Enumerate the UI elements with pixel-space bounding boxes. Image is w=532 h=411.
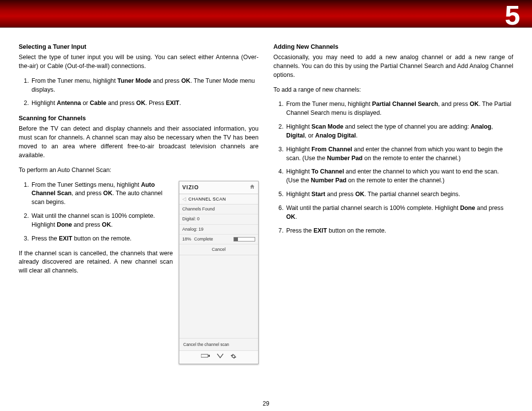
step: Press the EXIT button on the remote. — [31, 235, 173, 243]
menu-row-digital: Digital: 0 — [179, 214, 258, 224]
progress-bar — [233, 237, 255, 241]
step: Wait until the channel scan is 100% comp… — [31, 212, 173, 230]
menu-cancel: Cancel — [179, 244, 258, 255]
back-icon: ◁ — [182, 196, 187, 203]
right-column: Adding New Channels Occasionally, you ma… — [273, 42, 513, 364]
heading-select-tuner: Selecting a Tuner Input — [19, 42, 259, 51]
para-scan-cancel-note: If the channel scan is cancelled, the ch… — [19, 249, 173, 275]
step: Highlight From Channel and enter the cha… — [285, 145, 513, 163]
para-add-lead: To add a range of new channels: — [273, 86, 513, 95]
chapter-header: 5 — [0, 0, 532, 28]
page-content: Selecting a Tuner Input Select the type … — [0, 28, 532, 364]
heading-add-channels: Adding New Channels — [273, 42, 513, 51]
para-tuner-intro: Select the type of tuner input you will … — [19, 53, 259, 71]
menu-row-progress: 18% Complete — [179, 235, 258, 244]
wide-icon — [201, 353, 210, 361]
step: Highlight To Channel and enter the chann… — [285, 168, 513, 185]
steps-add-channels: From the Tuner menu, highlight Partial C… — [273, 100, 513, 235]
heading-scan-channels: Scanning for Channels — [19, 114, 259, 123]
channel-scan-menu: VIZIO ◁ CHANNEL SCAN Channels Found Digi… — [179, 181, 259, 364]
steps-auto-scan: From the Tuner Settings menu, highlight … — [19, 181, 173, 243]
para-add-intro: Occasionally, you may need to add a new … — [273, 53, 513, 79]
page-number: 29 — [0, 400, 532, 407]
step: Highlight Antenna or Cable and press OK.… — [31, 99, 259, 108]
step: From the Tuner menu, highlight Partial C… — [285, 100, 513, 118]
menu-footer — [179, 350, 258, 364]
step: Press the EXIT button on the remote. — [285, 227, 513, 236]
menu-row-analog: Analog: 19 — [179, 225, 258, 235]
progress-label: Complete — [194, 236, 213, 242]
svg-rect-1 — [208, 355, 210, 357]
steps-select-tuner: From the Tuner menu, highlight Tuner Mod… — [19, 77, 259, 108]
vizio-logo: VIZIO — [182, 184, 199, 192]
left-column: Selecting a Tuner Input Select the type … — [19, 42, 259, 364]
step: Wait until the partial channel search is… — [285, 204, 513, 222]
step: From the Tuner Settings menu, highlight … — [31, 181, 173, 207]
gear-icon — [231, 353, 236, 361]
svg-rect-0 — [201, 354, 208, 357]
menu-title-label: CHANNEL SCAN — [189, 196, 226, 203]
chapter-number: 5 — [505, 0, 520, 31]
menu-hint: Cancel the channel scan — [179, 338, 258, 350]
v-icon — [217, 353, 224, 361]
home-icon — [249, 184, 255, 192]
step: Highlight Start and press OK. The partia… — [285, 190, 513, 199]
step: Highlight Scan Mode and select the type … — [285, 123, 513, 140]
step: From the Tuner menu, highlight Tuner Mod… — [31, 77, 259, 95]
para-scan-lead: To perform an Auto Channel Scan: — [19, 166, 259, 175]
progress-percent: 18% — [182, 236, 191, 242]
para-scan-intro: Before the TV can detect and display cha… — [19, 125, 259, 160]
menu-row-found: Channels Found — [179, 205, 258, 214]
